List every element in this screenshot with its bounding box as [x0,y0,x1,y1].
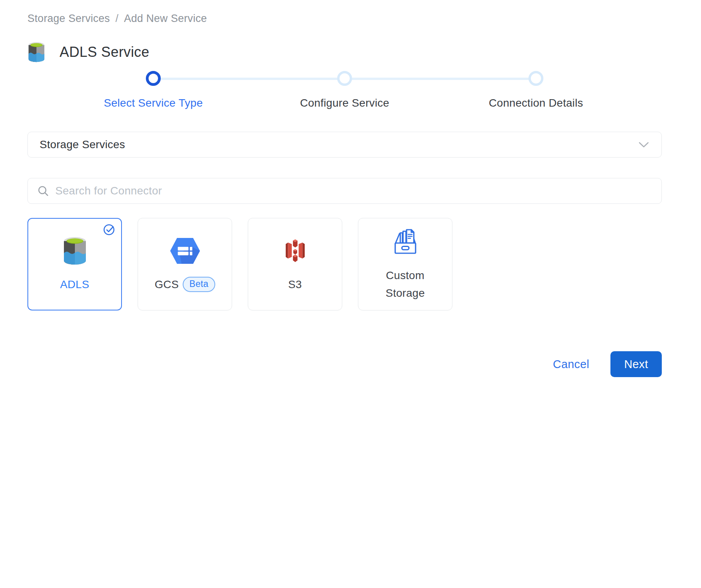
step-circle-upcoming [528,71,543,86]
add-service-page: Storage Services / Add New Service ADLS … [0,0,701,588]
next-button[interactable]: Next [610,351,662,377]
search-input[interactable] [55,185,652,197]
chevron-down-icon [639,142,649,148]
step-select-service-type[interactable] [58,71,249,86]
adls-cylinder-icon [27,42,45,62]
s3-bucket-icon [283,235,307,267]
wizard-stepper: Select Service Type Configure Service Co… [27,71,662,109]
page-title: ADLS Service [60,44,149,60]
step-circle-upcoming [337,71,352,86]
connector-card-adls[interactable]: ADLS [27,218,122,310]
connector-card-custom-storage[interactable]: Custom Storage [358,218,452,310]
connector-label-adls: ADLS [60,276,89,294]
beta-badge: Beta [183,277,215,292]
connector-card-gcs[interactable]: GCS Beta [138,218,232,310]
archive-box-icon [390,226,421,258]
breadcrumb: Storage Services / Add New Service [27,13,662,25]
breadcrumb-add-new-service: Add New Service [124,13,207,25]
step-label-connection-details: Connection Details [440,97,632,109]
service-category-select[interactable]: Storage Services [27,132,662,158]
search-icon [37,185,49,197]
step-connection-details[interactable] [440,71,632,86]
cancel-button[interactable]: Cancel [553,358,589,371]
connector-label-gcs: GCS [154,276,179,294]
connector-label-custom-storage: Custom Storage [385,267,425,302]
footer-actions: Cancel Next [27,351,662,377]
connector-card-grid: ADLS GCS Beta [27,218,662,310]
service-category-value: Storage Services [40,138,125,151]
breadcrumb-storage-services[interactable]: Storage Services [27,13,110,25]
adls-cylinder-icon [62,235,87,267]
step-label-configure-service: Configure Service [249,97,440,109]
breadcrumb-separator: / [115,13,118,25]
gcs-hexagon-icon [169,235,201,267]
connector-label-s3: S3 [288,276,302,294]
selected-check-icon [103,223,116,236]
page-header: ADLS Service [27,42,662,62]
step-circle-active [146,71,161,86]
step-configure-service[interactable] [249,71,440,86]
step-label-select-service-type: Select Service Type [58,97,249,109]
connector-card-s3[interactable]: S3 [248,218,342,310]
connector-search-box [27,178,662,204]
